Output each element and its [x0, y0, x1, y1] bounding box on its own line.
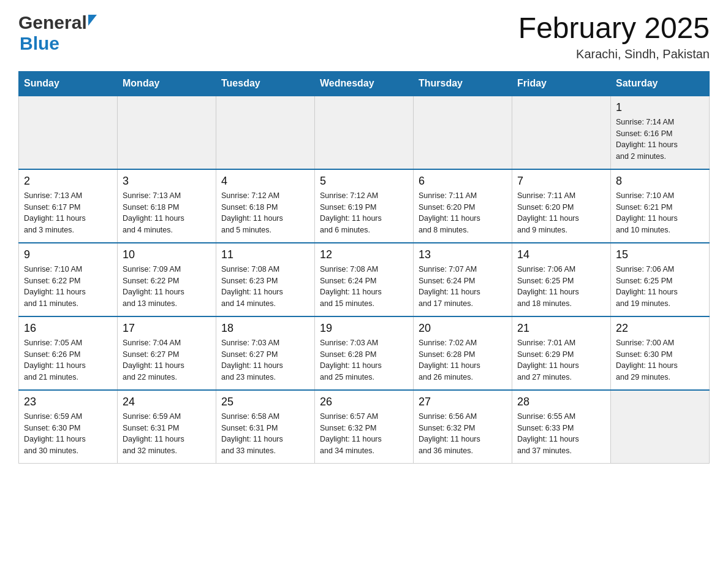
day-number: 11 — [221, 248, 309, 261]
weekday-header-row: SundayMondayTuesdayWednesdayThursdayFrid… — [19, 71, 710, 96]
day-number: 28 — [517, 396, 605, 408]
weekday-friday: Friday — [512, 71, 611, 96]
calendar-cell: 10Sunrise: 7:09 AM Sunset: 6:22 PM Dayli… — [118, 243, 216, 316]
day-number: 18 — [221, 322, 309, 335]
location-title: Karachi, Sindh, Pakistan — [518, 47, 710, 61]
calendar-cell: 16Sunrise: 7:05 AM Sunset: 6:26 PM Dayli… — [19, 316, 118, 390]
title-block: February 2025 Karachi, Sindh, Pakistan — [518, 12, 710, 61]
day-number: 17 — [123, 322, 211, 335]
day-number: 26 — [320, 396, 408, 408]
calendar-header: SundayMondayTuesdayWednesdayThursdayFrid… — [19, 71, 710, 96]
weekday-saturday: Saturday — [611, 71, 710, 96]
day-number: 27 — [419, 396, 507, 408]
calendar-week-1: 1Sunrise: 7:14 AM Sunset: 6:16 PM Daylig… — [19, 96, 710, 169]
calendar-cell: 1Sunrise: 7:14 AM Sunset: 6:16 PM Daylig… — [611, 96, 710, 169]
day-info: Sunrise: 6:59 AM Sunset: 6:30 PM Dayligh… — [24, 411, 112, 457]
weekday-monday: Monday — [118, 71, 216, 96]
month-title: February 2025 — [518, 12, 710, 45]
calendar-cell — [315, 96, 414, 169]
logo-general-text: General — [18, 12, 87, 33]
day-info: Sunrise: 7:12 AM Sunset: 6:19 PM Dayligh… — [320, 190, 408, 236]
day-info: Sunrise: 6:57 AM Sunset: 6:32 PM Dayligh… — [320, 411, 408, 457]
weekday-sunday: Sunday — [19, 71, 118, 96]
day-number: 3 — [123, 175, 211, 188]
day-info: Sunrise: 7:12 AM Sunset: 6:18 PM Dayligh… — [221, 190, 309, 236]
logo-triangle-icon — [88, 15, 97, 26]
day-number: 25 — [221, 396, 309, 408]
day-number: 14 — [517, 248, 605, 261]
weekday-thursday: Thursday — [414, 71, 512, 96]
day-number: 16 — [24, 322, 112, 335]
logo-blue-text: Blue — [20, 33, 59, 53]
calendar-cell — [414, 96, 512, 169]
calendar-cell — [216, 96, 315, 169]
day-number: 20 — [419, 322, 507, 335]
calendar-cell — [611, 390, 710, 464]
calendar-week-4: 16Sunrise: 7:05 AM Sunset: 6:26 PM Dayli… — [19, 316, 710, 390]
calendar-cell: 7Sunrise: 7:11 AM Sunset: 6:20 PM Daylig… — [512, 169, 611, 243]
day-info: Sunrise: 7:02 AM Sunset: 6:28 PM Dayligh… — [419, 337, 507, 383]
day-info: Sunrise: 7:04 AM Sunset: 6:27 PM Dayligh… — [123, 337, 211, 383]
day-info: Sunrise: 7:00 AM Sunset: 6:30 PM Dayligh… — [616, 337, 704, 383]
weekday-wednesday: Wednesday — [315, 71, 414, 96]
day-info: Sunrise: 7:06 AM Sunset: 6:25 PM Dayligh… — [517, 264, 605, 310]
calendar-cell: 8Sunrise: 7:10 AM Sunset: 6:21 PM Daylig… — [611, 169, 710, 243]
calendar-cell: 4Sunrise: 7:12 AM Sunset: 6:18 PM Daylig… — [216, 169, 315, 243]
calendar-cell: 15Sunrise: 7:06 AM Sunset: 6:25 PM Dayli… — [611, 243, 710, 316]
day-number: 8 — [616, 175, 704, 188]
day-number: 15 — [616, 248, 704, 261]
day-number: 19 — [320, 322, 408, 335]
day-info: Sunrise: 7:09 AM Sunset: 6:22 PM Dayligh… — [123, 264, 211, 310]
calendar-cell: 21Sunrise: 7:01 AM Sunset: 6:29 PM Dayli… — [512, 316, 611, 390]
calendar-cell: 18Sunrise: 7:03 AM Sunset: 6:27 PM Dayli… — [216, 316, 315, 390]
day-info: Sunrise: 6:59 AM Sunset: 6:31 PM Dayligh… — [123, 411, 211, 457]
day-info: Sunrise: 7:03 AM Sunset: 6:27 PM Dayligh… — [221, 337, 309, 383]
calendar-cell: 28Sunrise: 6:55 AM Sunset: 6:33 PM Dayli… — [512, 390, 611, 464]
calendar-cell: 19Sunrise: 7:03 AM Sunset: 6:28 PM Dayli… — [315, 316, 414, 390]
calendar-cell: 14Sunrise: 7:06 AM Sunset: 6:25 PM Dayli… — [512, 243, 611, 316]
day-info: Sunrise: 7:08 AM Sunset: 6:23 PM Dayligh… — [221, 264, 309, 310]
day-number: 13 — [419, 248, 507, 261]
calendar-cell — [19, 96, 118, 169]
day-info: Sunrise: 7:10 AM Sunset: 6:21 PM Dayligh… — [616, 190, 704, 236]
calendar-cell: 27Sunrise: 6:56 AM Sunset: 6:32 PM Dayli… — [414, 390, 512, 464]
calendar-cell: 5Sunrise: 7:12 AM Sunset: 6:19 PM Daylig… — [315, 169, 414, 243]
day-info: Sunrise: 7:01 AM Sunset: 6:29 PM Dayligh… — [517, 337, 605, 383]
page-header: General Blue February 2025 Karachi, Sind… — [18, 12, 710, 61]
calendar-cell: 3Sunrise: 7:13 AM Sunset: 6:18 PM Daylig… — [118, 169, 216, 243]
calendar-cell: 9Sunrise: 7:10 AM Sunset: 6:22 PM Daylig… — [19, 243, 118, 316]
day-number: 22 — [616, 322, 704, 335]
day-number: 6 — [419, 175, 507, 188]
calendar-cell: 11Sunrise: 7:08 AM Sunset: 6:23 PM Dayli… — [216, 243, 315, 316]
calendar-week-5: 23Sunrise: 6:59 AM Sunset: 6:30 PM Dayli… — [19, 390, 710, 464]
calendar-cell: 6Sunrise: 7:11 AM Sunset: 6:20 PM Daylig… — [414, 169, 512, 243]
day-number: 9 — [24, 248, 112, 261]
calendar-cell: 13Sunrise: 7:07 AM Sunset: 6:24 PM Dayli… — [414, 243, 512, 316]
calendar-cell: 25Sunrise: 6:58 AM Sunset: 6:31 PM Dayli… — [216, 390, 315, 464]
day-info: Sunrise: 6:55 AM Sunset: 6:33 PM Dayligh… — [517, 411, 605, 457]
calendar-table: SundayMondayTuesdayWednesdayThursdayFrid… — [18, 71, 710, 464]
day-info: Sunrise: 7:14 AM Sunset: 6:16 PM Dayligh… — [616, 117, 704, 163]
calendar-cell: 23Sunrise: 6:59 AM Sunset: 6:30 PM Dayli… — [19, 390, 118, 464]
day-number: 21 — [517, 322, 605, 335]
calendar-cell: 22Sunrise: 7:00 AM Sunset: 6:30 PM Dayli… — [611, 316, 710, 390]
day-info: Sunrise: 6:56 AM Sunset: 6:32 PM Dayligh… — [419, 411, 507, 457]
calendar-body: 1Sunrise: 7:14 AM Sunset: 6:16 PM Daylig… — [19, 96, 710, 464]
day-number: 5 — [320, 175, 408, 188]
day-info: Sunrise: 7:10 AM Sunset: 6:22 PM Dayligh… — [24, 264, 112, 310]
calendar-week-2: 2Sunrise: 7:13 AM Sunset: 6:17 PM Daylig… — [19, 169, 710, 243]
calendar-cell — [118, 96, 216, 169]
calendar-cell: 26Sunrise: 6:57 AM Sunset: 6:32 PM Dayli… — [315, 390, 414, 464]
day-info: Sunrise: 7:08 AM Sunset: 6:24 PM Dayligh… — [320, 264, 408, 310]
logo: General Blue — [18, 12, 97, 54]
day-info: Sunrise: 6:58 AM Sunset: 6:31 PM Dayligh… — [221, 411, 309, 457]
calendar-week-3: 9Sunrise: 7:10 AM Sunset: 6:22 PM Daylig… — [19, 243, 710, 316]
day-info: Sunrise: 7:05 AM Sunset: 6:26 PM Dayligh… — [24, 337, 112, 383]
day-info: Sunrise: 7:07 AM Sunset: 6:24 PM Dayligh… — [419, 264, 507, 310]
day-info: Sunrise: 7:06 AM Sunset: 6:25 PM Dayligh… — [616, 264, 704, 310]
day-number: 1 — [616, 101, 704, 114]
calendar-cell: 12Sunrise: 7:08 AM Sunset: 6:24 PM Dayli… — [315, 243, 414, 316]
day-number: 23 — [24, 396, 112, 408]
day-number: 7 — [517, 175, 605, 188]
day-number: 4 — [221, 175, 309, 188]
